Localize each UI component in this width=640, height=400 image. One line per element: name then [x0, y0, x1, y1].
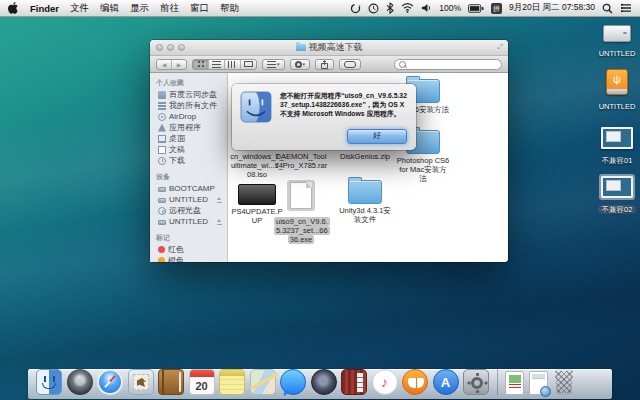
sidebar-section-favorites: 个人收藏 [150, 76, 227, 89]
documents-icon [158, 146, 166, 154]
sidebar-item-airdrop[interactable]: AirDrop [150, 111, 227, 122]
notification-center-icon[interactable] [620, 3, 632, 13]
selection-highlight [287, 180, 315, 211]
file-folder-unity3d[interactable]: Unity3d 4.3.1安装文件 [338, 180, 392, 224]
dock-notes-icon[interactable] [219, 369, 245, 395]
sidebar-item-bootcamp[interactable]: BOOTCAMP [150, 183, 227, 194]
sidebar-item-all-my-files[interactable]: 我的所有文件 [150, 100, 227, 111]
finder-window: 视频高速下载 ⤢ ◀ ▶ ▾ ▾ 个人收 [150, 40, 508, 262]
ok-button[interactable]: 好 [347, 129, 407, 144]
menu-window[interactable]: 窗口 [190, 2, 209, 15]
list-view-button[interactable] [208, 60, 224, 69]
fullscreen-icon[interactable]: ⤢ [497, 43, 503, 51]
sidebar-item-tag-orange[interactable]: 橙色 [150, 255, 227, 262]
volume-icon[interactable] [421, 3, 432, 13]
arrange-menu-button[interactable]: ▾ [262, 59, 285, 70]
gear-icon [295, 61, 302, 68]
sidebar-item-applications[interactable]: 应用程序 [150, 122, 227, 133]
desktop-icon-untitled-drive[interactable]: UNTITLED [597, 25, 637, 60]
forward-button[interactable]: ▶ [171, 60, 186, 69]
sidebar-item-downloads[interactable]: 下载 [150, 155, 227, 166]
dock-maps-icon[interactable] [250, 369, 276, 395]
minimize-button[interactable] [167, 44, 174, 51]
sidebar-section-tags: 标记 [150, 231, 227, 244]
share-icon [320, 60, 329, 69]
desktop-icon-screenshot-02[interactable]: 不兼容02 [597, 176, 637, 216]
spotlight-icon[interactable] [602, 3, 613, 14]
dock-messages-icon[interactable] [280, 369, 306, 395]
sidebar-item-tag-red[interactable]: 红色 [150, 244, 227, 255]
dock-finder-icon[interactable] [36, 369, 62, 395]
sidebar-item-remote-disc[interactable]: 远程光盘 [150, 205, 227, 216]
disc-icon [158, 207, 166, 215]
dock-trash-icon[interactable] [552, 369, 576, 395]
eject-icon[interactable] [216, 196, 223, 203]
usb-symbol: ψ [607, 71, 627, 87]
tags-button[interactable] [339, 59, 361, 70]
back-button[interactable]: ◀ [157, 60, 171, 69]
battery-icon[interactable] [468, 4, 484, 13]
screenshot-thumbnail-icon [601, 176, 633, 198]
dock: 20 ♪ A [28, 363, 612, 399]
dock-contacts-icon[interactable] [158, 369, 184, 395]
icon-view-button[interactable] [193, 60, 208, 69]
zoom-button[interactable] [178, 44, 185, 51]
sidebar-item-documents[interactable]: 文稿 [150, 144, 227, 155]
sidebar-item-desktop[interactable]: 桌面 [150, 133, 227, 144]
menu-view[interactable]: 显示 [130, 2, 149, 15]
menu-app-name[interactable]: Finder [30, 3, 59, 14]
apple-menu-icon[interactable] [8, 2, 19, 14]
folder-icon [158, 91, 166, 99]
menu-help[interactable]: 帮助 [220, 2, 239, 15]
sidebar-item-baidu-sync[interactable]: 百度云同步盘 [150, 89, 227, 100]
clock-icon[interactable] [368, 3, 379, 14]
chevron-down-icon: ▾ [277, 61, 280, 67]
document-icon [290, 182, 312, 209]
column-view-icon [228, 61, 237, 68]
close-button[interactable] [156, 44, 163, 51]
dock-itunes-icon[interactable]: ♪ [372, 369, 398, 395]
wifi-icon[interactable] [401, 3, 414, 13]
drive-icon [158, 220, 166, 225]
arrange-icon [267, 61, 276, 68]
airdrop-icon [158, 113, 166, 121]
coverflow-view-button[interactable] [240, 60, 256, 69]
dock-calendar-icon[interactable]: 20 [189, 369, 215, 395]
dock-document-icon[interactable] [505, 371, 524, 395]
desktop-icon-screenshot-01[interactable]: 不兼容01 [597, 127, 637, 167]
search-input[interactable] [394, 59, 502, 70]
finder-sidebar: 个人收藏 百度云同步盘 我的所有文件 AirDrop 应用程序 桌面 文稿 下载… [150, 73, 228, 262]
sidebar-item-untitled-1[interactable]: UNTITLED [150, 194, 227, 205]
sync-status-icon[interactable] [350, 3, 361, 14]
dock-ibooks-icon[interactable] [402, 369, 428, 395]
dock-app-store-icon[interactable]: A [433, 369, 459, 395]
dock-imovie-icon[interactable] [311, 369, 337, 395]
menu-file[interactable]: 文件 [70, 2, 89, 15]
action-menu-button[interactable]: ▾ [290, 59, 311, 70]
menu-bar-clock[interactable]: 9月20日 周二 07:58:30 [509, 2, 595, 14]
cannot-open-app-dialog: 您不能打开应用程序“uiso9_cn_V9.6.5.3237_setup.143… [232, 84, 416, 150]
column-view-button[interactable] [224, 60, 240, 69]
dock-system-preferences-icon[interactable] [463, 369, 489, 395]
share-button[interactable] [315, 59, 334, 70]
dock-mail-icon[interactable] [128, 369, 154, 395]
dock-photo-booth-icon[interactable] [341, 369, 367, 395]
input-method-icon[interactable]: 拼 [491, 3, 502, 14]
desktop: { "menu_bar": { "app_name": "Finder", "m… [0, 0, 640, 400]
external-drive-icon [603, 25, 631, 42]
bluetooth-icon[interactable] [386, 2, 394, 14]
dock-launchpad-icon[interactable] [67, 369, 93, 395]
dock-divider [497, 368, 498, 395]
menu-edit[interactable]: 编辑 [100, 2, 119, 15]
dock-document-icon[interactable] [529, 371, 548, 395]
window-title-bar[interactable]: 视频高速下载 ⤢ [150, 40, 508, 56]
eject-icon[interactable] [216, 218, 223, 225]
desktop-icon-untitled-usb[interactable]: ψ UNTITLED [597, 69, 637, 113]
dock-safari-icon[interactable] [97, 369, 123, 395]
folder-icon [348, 180, 382, 204]
menu-go[interactable]: 前往 [160, 2, 179, 15]
window-title: 视频高速下载 [309, 41, 363, 54]
file-ultraiso-exe[interactable]: uiso9_cn_V9.6.5.3237_set...6636.exe [274, 180, 328, 244]
sidebar-item-untitled-2[interactable]: UNTITLED [150, 216, 227, 227]
sidebar-section-devices: 设备 [150, 170, 227, 183]
